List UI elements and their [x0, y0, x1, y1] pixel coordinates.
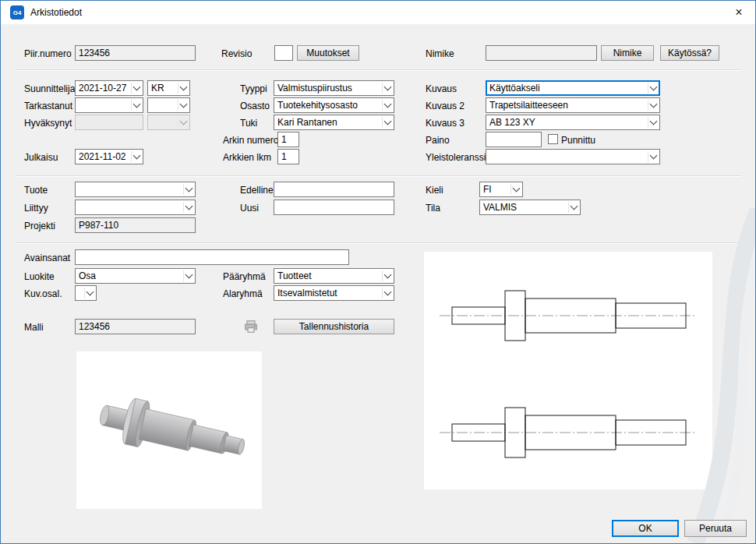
chevron-down-icon [183, 269, 195, 283]
chevron-down-icon [648, 115, 659, 129]
uusi-label: Uusi [240, 202, 259, 214]
close-icon[interactable]: × [730, 5, 747, 20]
liittyy-label: Liittyy [24, 202, 48, 214]
punnittu-label: Punnittu [561, 134, 595, 147]
arkin-numero-label: Arkin numero [223, 134, 278, 147]
tuki-label: Tuki [240, 117, 257, 129]
tila-value: VALMIS [480, 200, 568, 214]
chevron-down-icon [382, 98, 394, 112]
separator [16, 69, 741, 71]
printer-icon[interactable] [244, 320, 258, 334]
chevron-down-icon [648, 98, 659, 112]
projekti-label: Projekti [24, 220, 55, 232]
liittyy-combo[interactable] [75, 200, 196, 215]
arkin-numero-field[interactable]: 1 [277, 132, 299, 147]
liittyy-value [76, 200, 183, 214]
hyvaksynyt-date-field [75, 115, 143, 130]
piir-numero-label: Piir.numero [24, 48, 72, 60]
chevron-down-icon [568, 200, 580, 214]
nimike-button[interactable]: Nimike [601, 45, 654, 61]
yleistoleranssi-combo[interactable] [486, 149, 660, 164]
luokite-label: Luokite [24, 270, 55, 283]
tuki-value: Kari Rantanen [274, 115, 382, 129]
chevron-down-icon [183, 200, 195, 214]
kuvaus3-label: Kuvaus 3 [426, 117, 465, 129]
julkaisu-date-combo[interactable]: 2021-11-02 [75, 149, 143, 164]
ok-button[interactable]: OK [612, 520, 679, 537]
tyyppi-combo[interactable]: Valmistuspiirustus [274, 80, 394, 96]
kuvaus2-value: Trapetsilaitteeseen [486, 98, 648, 112]
uusi-field[interactable] [274, 200, 394, 215]
hyvaksynyt-initials-combo [147, 115, 190, 130]
suunnittelija-initials-value: KR [148, 81, 178, 95]
piir-numero-field: 123456 [75, 45, 196, 61]
muutokset-button[interactable]: Muutokset [297, 45, 359, 61]
tila-combo[interactable]: VALMIS [479, 200, 581, 215]
hyvaksynyt-initials-value [148, 115, 178, 129]
tarkastanut-date-value [76, 98, 131, 112]
chevron-down-icon [382, 115, 394, 129]
chevron-down-icon [648, 150, 659, 164]
tarkastanut-date-combo[interactable] [75, 97, 143, 113]
tuki-combo[interactable]: Kari Rantanen [274, 115, 394, 130]
tyyppi-label: Tyyppi [240, 83, 267, 95]
malli-label: Malli [24, 321, 44, 334]
kuvaus3-combo[interactable]: AB 123 XY [486, 115, 660, 130]
yleistoleranssi-value [486, 150, 648, 164]
chevron-down-icon [131, 98, 143, 112]
tuote-label: Tuote [24, 184, 48, 196]
chevron-down-icon [183, 182, 195, 196]
paino-field[interactable] [486, 132, 542, 147]
avainsanat-field[interactable] [75, 249, 349, 265]
chevron-down-icon [510, 182, 522, 196]
edellinen-field[interactable] [274, 182, 394, 197]
revisio-field[interactable] [274, 45, 293, 61]
tallennushistoria-button[interactable]: Tallennushistoria [274, 319, 394, 334]
model-3d-preview [76, 351, 262, 509]
punnittu-checkbox[interactable] [548, 134, 558, 144]
revisio-label: Revisio [221, 48, 252, 60]
chevron-down-icon [648, 81, 659, 95]
paaryhma-value: Tuotteet [274, 269, 382, 283]
chevron-down-icon [382, 286, 394, 300]
alaryhma-label: Alaryhmä [223, 288, 263, 300]
suunnittelija-date-combo[interactable]: 2021-10-27 [75, 80, 143, 96]
tarkastanut-initials-value [148, 98, 178, 112]
kuv-osal-combo[interactable] [75, 285, 97, 301]
kuvaus2-combo[interactable]: Trapetsilaitteeseen [486, 97, 660, 113]
paino-label: Paino [426, 134, 450, 147]
chevron-down-icon [178, 81, 189, 95]
tarkastanut-label: Tarkastanut [24, 100, 72, 112]
chevron-down-icon [178, 115, 189, 129]
kaytossa-button[interactable]: Käytössä? [660, 45, 719, 61]
paaryhma-combo[interactable]: Tuotteet [274, 268, 394, 284]
kieli-combo[interactable]: FI [479, 182, 523, 197]
tarkastanut-initials-combo[interactable] [147, 97, 190, 113]
suunnittelija-date-value: 2021-10-27 [76, 81, 131, 95]
cancel-button[interactable]: Peruuta [684, 520, 747, 537]
suunnittelija-initials-combo[interactable]: KR [147, 80, 190, 96]
dialog-arkistotiedot: G4 Arkistotiedot × Piir.numero 123456 Re… [0, 0, 756, 544]
alaryhma-value: Itsevalmistetut [274, 286, 382, 300]
separator [16, 242, 741, 244]
yleistoleranssi-label: Yleistoleranssi [426, 151, 486, 164]
separator [16, 175, 741, 177]
julkaisu-label: Julkaisu [24, 151, 58, 164]
kuvaus-combo[interactable]: Käyttöakseli [486, 80, 660, 96]
tila-label: Tila [426, 202, 440, 214]
paaryhma-label: Pääryhmä [223, 270, 266, 283]
luokite-combo[interactable]: Osa [75, 268, 196, 284]
kieli-label: Kieli [426, 184, 443, 196]
kuv-osal-value [76, 286, 84, 300]
window-title: Arkistotiedot [30, 7, 82, 18]
alaryhma-combo[interactable]: Itsevalmistetut [274, 285, 394, 301]
osasto-combo[interactable]: Tuotekehitysosasto [274, 97, 394, 113]
kuvaus2-label: Kuvaus 2 [426, 100, 465, 112]
luokite-value: Osa [76, 269, 183, 283]
arkkien-lkm-field[interactable]: 1 [277, 149, 299, 164]
chevron-down-icon [131, 150, 143, 164]
osasto-value: Tuotekehitysosasto [274, 98, 382, 112]
tuote-combo[interactable] [75, 182, 196, 197]
projekti-field: P987-110 [75, 217, 196, 233]
chevron-down-icon [131, 81, 143, 95]
